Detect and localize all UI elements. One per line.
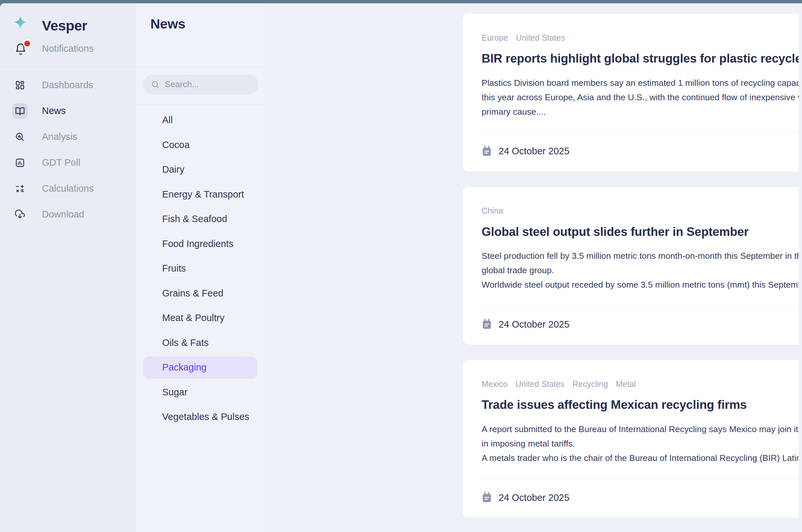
dashboard-grid-icon bbox=[12, 77, 28, 93]
brand-name: Vesper bbox=[42, 18, 87, 34]
article-excerpt: Plastics Division board members say an e… bbox=[482, 76, 802, 119]
search-icon bbox=[151, 80, 159, 89]
sidebar-nav-item[interactable]: Calculations bbox=[0, 176, 136, 202]
excerpt-line: this year across Europe, Asia and the U.… bbox=[482, 90, 802, 104]
category-item[interactable]: Meat & Poultry bbox=[143, 307, 257, 329]
article-card[interactable]: China Global steel output slides further… bbox=[463, 187, 802, 345]
category-item[interactable]: All bbox=[143, 109, 257, 131]
excerpt-line: Steel production fell by 3.5 million met… bbox=[482, 249, 802, 263]
sidebar-nav-label: Analysis bbox=[42, 131, 77, 142]
article-tag: Mexico bbox=[482, 379, 508, 389]
sidebar-nav-item[interactable]: Dashboards bbox=[0, 72, 136, 98]
panel-title: News bbox=[150, 16, 186, 32]
excerpt-line: A report submitted to the Bureau of Inte… bbox=[482, 422, 802, 436]
excerpt-line: A metals trader who is the chair of the … bbox=[482, 451, 802, 465]
category-item[interactable]: Dairy bbox=[143, 158, 257, 181]
article-date-row: 24 October 2025 bbox=[482, 145, 802, 158]
sidebar-nav: Dashboards News Analysis GDT Poll Calcul… bbox=[0, 72, 136, 227]
calendar-icon bbox=[482, 492, 492, 503]
app-surface: Vesper Notifications Dashboards News bbox=[0, 3, 802, 532]
excerpt-line: Plastics Division board members say an e… bbox=[482, 76, 802, 90]
article-tag: Europe bbox=[482, 33, 508, 43]
excerpt-line: primary cause.... bbox=[482, 104, 802, 119]
article-tags: EuropeUnited States bbox=[482, 33, 802, 43]
search-box[interactable] bbox=[143, 74, 259, 94]
calendar-icon bbox=[482, 146, 492, 157]
sidebar-nav-item[interactable]: Analysis bbox=[0, 124, 136, 150]
article-tag: United States bbox=[515, 379, 565, 389]
cloud-download-icon bbox=[12, 207, 28, 223]
category-item[interactable]: Fish & Seafood bbox=[143, 208, 257, 230]
notifications-item[interactable]: Notifications bbox=[0, 40, 136, 58]
bell-icon[interactable] bbox=[14, 43, 29, 57]
sidebar-nav-item[interactable]: Download bbox=[0, 202, 136, 227]
article-card[interactable]: EuropeUnited States BIR reports highligh… bbox=[463, 14, 802, 172]
news-panel: News AllCocoaDairyEnergy & TransportFish… bbox=[136, 3, 266, 532]
card-divider bbox=[482, 478, 802, 479]
panel-divider bbox=[136, 104, 265, 104]
excerpt-line: Worldwide steel output receded by some 3… bbox=[482, 278, 802, 292]
math-operations-icon bbox=[12, 181, 28, 196]
article-title: Global steel output slides further in Se… bbox=[482, 225, 802, 239]
category-item[interactable]: Grains & Feed bbox=[143, 282, 257, 304]
open-book-icon bbox=[12, 103, 28, 119]
article-date: 24 October 2025 bbox=[499, 319, 569, 330]
category-item[interactable]: Energy & Transport bbox=[143, 183, 257, 205]
article-list: EuropeUnited States BIR reports highligh… bbox=[463, 14, 802, 532]
article-date-row: 24 October 2025 bbox=[482, 491, 802, 504]
article-card[interactable]: MexicoUnited StatesRecyclingMetal Trade … bbox=[463, 360, 802, 518]
sidebar-nav-label: Download bbox=[42, 209, 84, 220]
article-tags: MexicoUnited StatesRecyclingMetal bbox=[482, 379, 802, 389]
scroll-gutter[interactable] bbox=[799, 3, 802, 532]
card-divider bbox=[482, 305, 802, 305]
panel-divider bbox=[136, 67, 265, 67]
sidebar-nav-item[interactable]: News bbox=[0, 98, 136, 124]
category-item[interactable]: Fruits bbox=[143, 258, 257, 280]
search-input[interactable] bbox=[164, 79, 275, 90]
article-title: BIR reports highlight global struggles f… bbox=[482, 52, 802, 65]
article-title: Trade issues affecting Mexican recycling… bbox=[482, 398, 802, 412]
article-excerpt: A report submitted to the Bureau of Inte… bbox=[482, 422, 802, 465]
category-item[interactable]: Food Ingredients bbox=[143, 233, 257, 255]
article-tag: Recycling bbox=[572, 379, 608, 389]
excerpt-line: in imposing metal tariffs. bbox=[482, 436, 802, 451]
sparkle-logo-icon bbox=[14, 16, 27, 30]
article-tag: United States bbox=[516, 33, 565, 43]
unread-dot bbox=[23, 39, 32, 48]
bar-chart-square-icon bbox=[12, 155, 28, 171]
category-item[interactable]: Sugar bbox=[143, 381, 257, 403]
news-feed-area: EuropeUnited States BIR reports highligh… bbox=[266, 3, 802, 532]
card-divider bbox=[482, 132, 802, 132]
sidebar-nav-label: Dashboards bbox=[42, 80, 93, 90]
sidebar-nav-label: Calculations bbox=[42, 183, 94, 194]
sidebar-nav-label: GDT Poll bbox=[42, 157, 80, 168]
article-date-row: 24 October 2025 bbox=[482, 318, 802, 331]
sidebar-nav-item[interactable]: GDT Poll bbox=[0, 150, 136, 176]
brand: Vesper bbox=[0, 15, 136, 35]
excerpt-line: global trade group. bbox=[482, 263, 802, 278]
article-tags: China bbox=[482, 206, 802, 216]
calendar-icon bbox=[482, 319, 492, 330]
article-excerpt: Steel production fell by 3.5 million met… bbox=[482, 249, 802, 292]
category-list: AllCocoaDairyEnergy & TransportFish & Se… bbox=[136, 107, 265, 431]
notifications-label: Notifications bbox=[42, 43, 94, 54]
category-item[interactable]: Vegetables & Pulses bbox=[143, 406, 257, 428]
category-item[interactable]: Packaging bbox=[143, 356, 257, 379]
sidebar-nav-label: News bbox=[42, 106, 66, 116]
category-item[interactable]: Cocoa bbox=[143, 134, 257, 156]
article-date: 24 October 2025 bbox=[499, 492, 569, 503]
sidebar: Vesper Notifications Dashboards News bbox=[0, 3, 136, 532]
category-item[interactable]: Oils & Fats bbox=[143, 331, 257, 354]
article-date: 24 October 2025 bbox=[499, 146, 569, 157]
article-tag: China bbox=[482, 206, 503, 215]
sidebar-divider bbox=[0, 67, 136, 67]
article-tag: Metal bbox=[616, 379, 636, 389]
magnifier-chart-icon bbox=[12, 129, 28, 145]
